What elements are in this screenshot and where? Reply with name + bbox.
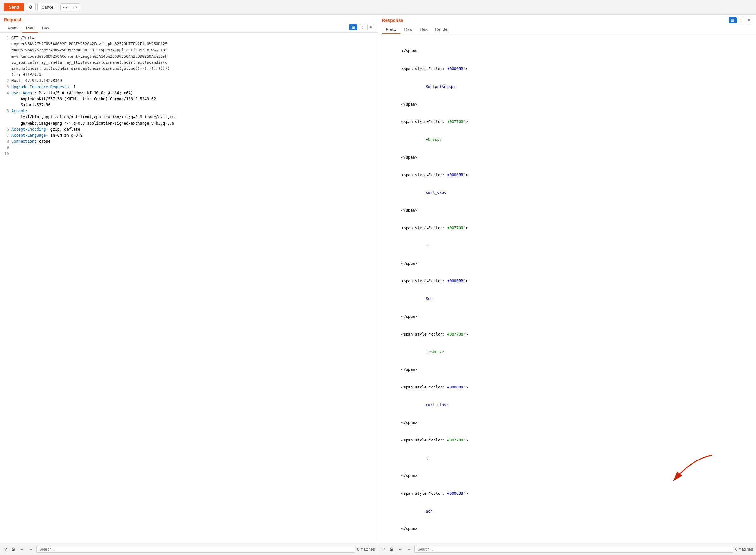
tab-response-pretty[interactable]: Pretty — [382, 26, 401, 34]
list-item: $ch — [382, 508, 753, 514]
list-item: <span style="color: #0000BB"> — [382, 490, 753, 497]
response-panel: Response ▦ ↕ ≡ Pretty Raw Hex Render </s… — [378, 14, 756, 555]
list-item: ( — [382, 455, 753, 461]
list-item: </span> — [382, 207, 753, 213]
nav-back-button[interactable]: ‹ ▾ — [60, 3, 70, 11]
response-back-button[interactable]: ← — [397, 546, 404, 552]
tab-response-render[interactable]: Render — [431, 26, 452, 34]
list-item: </span> — [382, 314, 753, 320]
toolbar: Send ⚙ Cancel ‹ ▾ › ▾ — [0, 0, 756, 14]
table-row: 6 Accept-Encoding: gzip, deflate — [4, 127, 374, 133]
settings-button[interactable]: ⚙ — [26, 3, 36, 11]
request-matches-text: 0 matches — [357, 547, 374, 552]
nav-group: ‹ ▾ › ▾ — [60, 3, 80, 11]
list-item: <span style="color: #0000BB"> — [382, 66, 753, 72]
response-help-button[interactable]: ? — [382, 546, 387, 552]
table-row: 1 GET /?url=gopher%3A%2F%2F0%3A80%2F_POS… — [4, 35, 374, 78]
response-tabs: Pretty Raw Hex Render — [382, 26, 753, 34]
request-help-button[interactable]: ? — [3, 546, 8, 552]
list-item: <span style="color: #0000BB"> — [382, 384, 753, 390]
list-item: );<br /> — [382, 349, 753, 355]
table-row: 2 Host: 47.96.3.142:8349 — [4, 78, 374, 84]
main-content: Request Pretty Raw Hex ▦ ↕ ≡ 1 GET /?url… — [0, 14, 756, 555]
table-row: 7 Accept-Language: zh-CN,zh;q=0.9 — [4, 133, 374, 139]
tab-request-hex[interactable]: Hex — [38, 24, 53, 33]
request-tab-icons: ▦ ↕ ≡ — [349, 24, 374, 32]
request-bottom-bar: ? ⚙ ← → 0 matches — [0, 543, 378, 555]
response-forward-button[interactable]: → — [406, 546, 412, 552]
response-bottom-bar: ? ⚙ ← → 0 matches — [378, 543, 756, 555]
response-title: Response — [382, 18, 403, 23]
list-item: ( — [382, 243, 753, 249]
response-code-block: </span> <span style="color: #0000BB"> $o… — [382, 37, 753, 543]
request-icon-expand[interactable]: ↕ — [359, 24, 365, 31]
request-search-input[interactable] — [37, 546, 355, 553]
tab-response-raw[interactable]: Raw — [400, 26, 416, 34]
list-item: </span> — [382, 101, 753, 108]
request-title: Request — [4, 17, 374, 22]
cancel-button[interactable]: Cancel — [37, 3, 58, 11]
table-row: 8 Connection: close — [4, 139, 374, 144]
request-settings-button[interactable]: ⚙ — [10, 546, 17, 552]
request-icon-menu[interactable]: ≡ — [367, 24, 374, 31]
table-row: 9 — [4, 144, 374, 151]
table-row: 3 Upgrade-Insecure-Requests: 1 — [4, 84, 374, 90]
request-back-button[interactable]: ← — [19, 546, 26, 552]
response-content[interactable]: </span> <span style="color: #0000BB"> $o… — [378, 34, 756, 543]
list-item: <span style="color: #007700"> — [382, 331, 753, 337]
request-content[interactable]: 1 GET /?url=gopher%3A%2F%2F0%3A80%2F_POS… — [0, 33, 378, 543]
list-item: <span style="color: #0000BB"> — [382, 278, 753, 284]
list-item: =&nbsp; — [382, 137, 753, 143]
list-item: </span> — [382, 473, 753, 479]
list-item: </span> — [382, 367, 753, 373]
list-item: <span style="color: #007700"> — [382, 225, 753, 231]
table-row: 4 User-Agent: Mozilla/5.0 (Windows NT 10… — [4, 90, 374, 109]
request-forward-button[interactable]: → — [28, 546, 35, 552]
list-item: <span style="color: #0000BB"> — [382, 172, 753, 178]
tab-response-hex[interactable]: Hex — [416, 26, 431, 34]
response-settings-button[interactable]: ⚙ — [388, 546, 395, 552]
tab-request-pretty[interactable]: Pretty — [4, 24, 22, 33]
request-panel-header: Request Pretty Raw Hex ▦ ↕ ≡ — [0, 14, 378, 33]
list-item: </span> — [382, 420, 753, 426]
list-item: curl_close — [382, 402, 753, 408]
response-matches-text: 0 matches — [735, 547, 753, 552]
list-item: curl_exec — [382, 190, 753, 196]
response-icon-grid[interactable]: ▦ — [729, 17, 737, 24]
response-search-input[interactable] — [414, 546, 733, 553]
response-icon-menu[interactable]: ≡ — [746, 17, 752, 24]
list-item: $output&nbsp; — [382, 84, 753, 90]
request-tabs: Pretty Raw Hex ▦ ↕ ≡ — [4, 24, 374, 32]
list-item: </span> — [382, 155, 753, 161]
list-item: $ch — [382, 296, 753, 302]
tab-request-raw[interactable]: Raw — [22, 24, 38, 33]
list-item: <span style="color: #007700"> — [382, 437, 753, 443]
list-item: <span style="color: #007700"> — [382, 119, 753, 125]
list-item: </span> — [382, 526, 753, 532]
send-button[interactable]: Send — [4, 3, 24, 11]
request-panel: Request Pretty Raw Hex ▦ ↕ ≡ 1 GET /?url… — [0, 14, 378, 555]
nav-forward-button[interactable]: › ▾ — [70, 3, 80, 11]
list-item: </span> — [382, 261, 753, 267]
response-panel-header: Response ▦ ↕ ≡ Pretty Raw Hex Render — [378, 14, 756, 34]
table-row: 10 — [4, 151, 374, 157]
response-icon-expand[interactable]: ↕ — [738, 17, 744, 24]
request-icon-grid[interactable]: ▦ — [349, 24, 357, 31]
list-item: </span> — [382, 48, 753, 54]
table-row: 5 Accept: text/html,application/xhtml+xm… — [4, 108, 374, 127]
